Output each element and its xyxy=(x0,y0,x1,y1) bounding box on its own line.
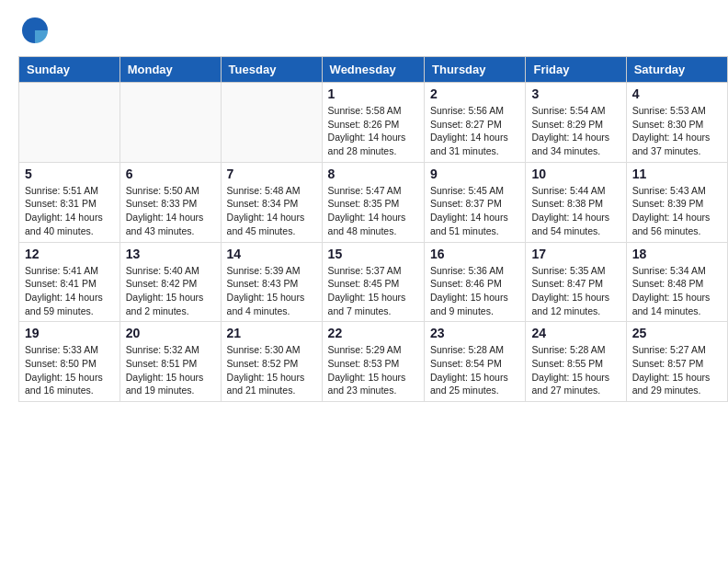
calendar-cell: 7Sunrise: 5:48 AMSunset: 8:34 PMDaylight… xyxy=(221,162,322,242)
calendar-cell: 17Sunrise: 5:35 AMSunset: 8:47 PMDayligh… xyxy=(526,242,626,322)
day-number: 16 xyxy=(430,247,519,261)
day-info: Sunrise: 5:32 AMSunset: 8:51 PMDaylight:… xyxy=(126,343,215,397)
calendar-cell: 3Sunrise: 5:54 AMSunset: 8:29 PMDaylight… xyxy=(526,83,626,163)
calendar-cell: 5Sunrise: 5:51 AMSunset: 8:31 PMDaylight… xyxy=(19,162,120,242)
day-number: 23 xyxy=(430,326,519,340)
day-info: Sunrise: 5:50 AMSunset: 8:33 PMDaylight:… xyxy=(126,184,215,238)
day-number: 25 xyxy=(632,326,722,340)
day-number: 5 xyxy=(25,167,114,181)
calendar-cell: 21Sunrise: 5:30 AMSunset: 8:52 PMDayligh… xyxy=(221,322,322,402)
day-info: Sunrise: 5:27 AMSunset: 8:57 PMDaylight:… xyxy=(632,343,722,397)
weekday-header-thursday: Thursday xyxy=(425,57,526,83)
day-number: 11 xyxy=(632,167,722,181)
day-number: 14 xyxy=(227,247,316,261)
calendar-cell: 16Sunrise: 5:36 AMSunset: 8:46 PMDayligh… xyxy=(425,242,526,322)
logo-icon xyxy=(18,14,51,47)
calendar-cell: 22Sunrise: 5:29 AMSunset: 8:53 PMDayligh… xyxy=(322,322,424,402)
day-info: Sunrise: 5:39 AMSunset: 8:43 PMDaylight:… xyxy=(227,264,316,318)
day-info: Sunrise: 5:36 AMSunset: 8:46 PMDaylight:… xyxy=(430,264,519,318)
day-info: Sunrise: 5:28 AMSunset: 8:54 PMDaylight:… xyxy=(430,343,519,397)
calendar-cell: 12Sunrise: 5:41 AMSunset: 8:41 PMDayligh… xyxy=(19,242,120,322)
calendar-cell: 14Sunrise: 5:39 AMSunset: 8:43 PMDayligh… xyxy=(221,242,322,322)
weekday-header-monday: Monday xyxy=(119,57,221,83)
day-number: 24 xyxy=(531,326,620,340)
calendar-wrapper: SundayMondayTuesdayWednesdayThursdayFrid… xyxy=(0,56,728,411)
day-number: 15 xyxy=(328,247,418,261)
calendar-cell: 15Sunrise: 5:37 AMSunset: 8:45 PMDayligh… xyxy=(322,242,424,322)
week-row-3: 12Sunrise: 5:41 AMSunset: 8:41 PMDayligh… xyxy=(19,242,728,322)
calendar-cell: 18Sunrise: 5:34 AMSunset: 8:48 PMDayligh… xyxy=(626,242,727,322)
calendar-cell: 23Sunrise: 5:28 AMSunset: 8:54 PMDayligh… xyxy=(425,322,526,402)
calendar-cell xyxy=(19,83,120,163)
day-number: 12 xyxy=(25,247,114,261)
day-number: 8 xyxy=(328,167,418,181)
day-number: 1 xyxy=(328,86,418,101)
calendar-cell: 25Sunrise: 5:27 AMSunset: 8:57 PMDayligh… xyxy=(626,322,727,402)
day-number: 9 xyxy=(430,167,519,181)
day-number: 17 xyxy=(531,247,620,261)
day-info: Sunrise: 5:45 AMSunset: 8:37 PMDaylight:… xyxy=(430,184,519,238)
day-number: 13 xyxy=(126,247,215,261)
calendar-cell: 11Sunrise: 5:43 AMSunset: 8:39 PMDayligh… xyxy=(626,162,727,242)
day-number: 3 xyxy=(531,86,620,101)
weekday-header-saturday: Saturday xyxy=(626,57,727,83)
calendar-cell xyxy=(119,83,221,163)
week-row-2: 5Sunrise: 5:51 AMSunset: 8:31 PMDaylight… xyxy=(19,162,728,242)
day-number: 22 xyxy=(328,326,418,340)
day-info: Sunrise: 5:29 AMSunset: 8:53 PMDaylight:… xyxy=(328,343,418,397)
day-info: Sunrise: 5:37 AMSunset: 8:45 PMDaylight:… xyxy=(328,264,418,318)
week-row-1: 1Sunrise: 5:58 AMSunset: 8:26 PMDaylight… xyxy=(19,83,728,163)
day-number: 21 xyxy=(227,326,316,340)
day-info: Sunrise: 5:43 AMSunset: 8:39 PMDaylight:… xyxy=(632,184,722,238)
day-info: Sunrise: 5:53 AMSunset: 8:30 PMDaylight:… xyxy=(632,104,722,158)
weekday-header-sunday: Sunday xyxy=(19,57,120,83)
calendar-cell: 20Sunrise: 5:32 AMSunset: 8:51 PMDayligh… xyxy=(119,322,221,402)
weekday-header-friday: Friday xyxy=(526,57,626,83)
day-number: 2 xyxy=(430,86,519,101)
page-header xyxy=(0,0,728,56)
calendar-cell: 10Sunrise: 5:44 AMSunset: 8:38 PMDayligh… xyxy=(526,162,626,242)
calendar-cell: 1Sunrise: 5:58 AMSunset: 8:26 PMDaylight… xyxy=(322,83,424,163)
day-info: Sunrise: 5:56 AMSunset: 8:27 PMDaylight:… xyxy=(430,104,519,158)
calendar-table: SundayMondayTuesdayWednesdayThursdayFrid… xyxy=(18,56,728,402)
day-number: 20 xyxy=(126,326,215,340)
day-number: 18 xyxy=(632,247,722,261)
calendar-cell: 4Sunrise: 5:53 AMSunset: 8:30 PMDaylight… xyxy=(626,83,727,163)
day-info: Sunrise: 5:51 AMSunset: 8:31 PMDaylight:… xyxy=(25,184,114,238)
calendar-cell: 13Sunrise: 5:40 AMSunset: 8:42 PMDayligh… xyxy=(119,242,221,322)
day-info: Sunrise: 5:34 AMSunset: 8:48 PMDaylight:… xyxy=(632,264,722,318)
day-number: 4 xyxy=(632,86,722,101)
calendar-cell: 19Sunrise: 5:33 AMSunset: 8:50 PMDayligh… xyxy=(19,322,120,402)
day-info: Sunrise: 5:41 AMSunset: 8:41 PMDaylight:… xyxy=(25,264,114,318)
day-info: Sunrise: 5:30 AMSunset: 8:52 PMDaylight:… xyxy=(227,343,316,397)
calendar-cell: 9Sunrise: 5:45 AMSunset: 8:37 PMDaylight… xyxy=(425,162,526,242)
weekday-header-tuesday: Tuesday xyxy=(221,57,322,83)
calendar-cell: 2Sunrise: 5:56 AMSunset: 8:27 PMDaylight… xyxy=(425,83,526,163)
day-info: Sunrise: 5:40 AMSunset: 8:42 PMDaylight:… xyxy=(126,264,215,318)
day-number: 7 xyxy=(227,167,316,181)
day-info: Sunrise: 5:35 AMSunset: 8:47 PMDaylight:… xyxy=(531,264,620,318)
weekday-header-row: SundayMondayTuesdayWednesdayThursdayFrid… xyxy=(19,57,728,83)
day-info: Sunrise: 5:48 AMSunset: 8:34 PMDaylight:… xyxy=(227,184,316,238)
day-info: Sunrise: 5:54 AMSunset: 8:29 PMDaylight:… xyxy=(531,104,620,158)
day-info: Sunrise: 5:33 AMSunset: 8:50 PMDaylight:… xyxy=(25,343,114,397)
week-row-4: 19Sunrise: 5:33 AMSunset: 8:50 PMDayligh… xyxy=(19,322,728,402)
day-info: Sunrise: 5:28 AMSunset: 8:55 PMDaylight:… xyxy=(531,343,620,397)
day-number: 6 xyxy=(126,167,215,181)
weekday-header-wednesday: Wednesday xyxy=(322,57,424,83)
day-number: 10 xyxy=(531,167,620,181)
day-info: Sunrise: 5:47 AMSunset: 8:35 PMDaylight:… xyxy=(328,184,418,238)
calendar-cell: 6Sunrise: 5:50 AMSunset: 8:33 PMDaylight… xyxy=(119,162,221,242)
calendar-cell: 8Sunrise: 5:47 AMSunset: 8:35 PMDaylight… xyxy=(322,162,424,242)
calendar-cell xyxy=(221,83,322,163)
day-number: 19 xyxy=(25,326,114,340)
day-info: Sunrise: 5:44 AMSunset: 8:38 PMDaylight:… xyxy=(531,184,620,238)
calendar-cell: 24Sunrise: 5:28 AMSunset: 8:55 PMDayligh… xyxy=(526,322,626,402)
logo xyxy=(18,14,51,47)
day-info: Sunrise: 5:58 AMSunset: 8:26 PMDaylight:… xyxy=(328,104,418,158)
